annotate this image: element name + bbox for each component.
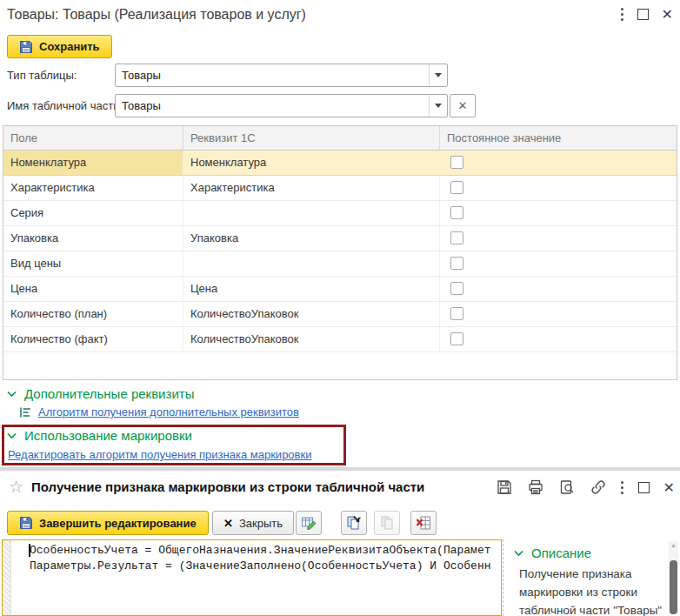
save-button[interactable]: Сохранить xyxy=(7,35,112,58)
constant-checkbox[interactable] xyxy=(450,257,463,270)
table-row[interactable]: Количество (факт) КоличествоУпаковок xyxy=(3,327,677,352)
constant-cell[interactable] xyxy=(440,176,677,200)
check-algorithm-button[interactable] xyxy=(296,511,322,535)
table-row[interactable]: Серия xyxy=(3,201,677,226)
more-menu-icon[interactable] xyxy=(621,8,624,21)
field-cell[interactable]: Вид цены xyxy=(3,251,183,276)
constant-cell[interactable] xyxy=(440,327,677,352)
scroll-up-icon[interactable]: ▲ xyxy=(670,542,677,548)
close-button-label: Закрыть xyxy=(239,517,283,530)
field-cell[interactable]: Характеристика xyxy=(3,176,183,200)
table-row[interactable]: Количество (план) КоличествоУпаковок xyxy=(3,302,677,327)
save-icon[interactable] xyxy=(496,479,513,496)
field-cell[interactable]: Количество (факт) xyxy=(3,327,183,352)
attribute-cell[interactable]: КоличествоУпаковок xyxy=(183,302,440,326)
link-icon[interactable] xyxy=(590,479,607,496)
column-header-constant[interactable]: Постоянное значение xyxy=(440,126,677,150)
section-description[interactable]: Описание xyxy=(514,546,591,560)
attribute-cell[interactable]: Цена xyxy=(183,277,440,301)
field-cell[interactable]: Номенклатура xyxy=(3,151,183,175)
paste-icon xyxy=(379,515,395,531)
dropdown-arrow-icon[interactable] xyxy=(429,95,447,117)
constant-cell[interactable] xyxy=(440,277,677,301)
copy-icon xyxy=(346,515,362,531)
tabular-name-value: Товары xyxy=(122,99,161,112)
print-icon[interactable] xyxy=(527,479,544,496)
close-icon[interactable]: ✕ xyxy=(662,9,673,20)
window2-title: Получение признака маркировки из строки … xyxy=(31,479,424,494)
maximize-icon[interactable] xyxy=(637,9,649,20)
table-pencil-icon xyxy=(301,515,317,531)
close-icon[interactable]: ✕ xyxy=(663,482,675,493)
extra-attributes-algorithm-link[interactable]: Алгоритм получения дополнительных реквиз… xyxy=(38,405,299,418)
section-extra-title: Дополнительные реквизиты xyxy=(24,386,194,401)
export-excel-button[interactable] xyxy=(410,511,437,535)
code-gutter xyxy=(3,540,11,615)
constant-checkbox[interactable] xyxy=(450,332,463,345)
table-row[interactable]: Вид цены xyxy=(3,251,677,277)
table-row[interactable]: Упаковка Упаковка xyxy=(3,226,677,251)
more-menu-icon[interactable] xyxy=(621,481,624,494)
constant-cell[interactable] xyxy=(440,302,677,326)
column-header-field[interactable]: Поле xyxy=(3,126,183,150)
table-row[interactable]: Цена Цена xyxy=(3,277,677,302)
preview-icon[interactable] xyxy=(558,479,576,496)
table-type-combobox[interactable]: Товары xyxy=(115,64,448,87)
constant-cell[interactable] xyxy=(440,251,677,276)
save-button-label: Сохранить xyxy=(39,40,100,53)
section-marking-title: Использование маркировки xyxy=(24,428,192,443)
field-cell[interactable]: Цена xyxy=(3,277,183,301)
table-row[interactable]: Номенклатура Номенклатура xyxy=(3,151,677,176)
attribute-cell[interactable]: Номенклатура xyxy=(183,151,440,175)
description-panel: Описание Получение признака маркировки и… xyxy=(503,539,680,616)
constant-cell[interactable] xyxy=(440,151,677,175)
constant-checkbox[interactable] xyxy=(450,181,463,194)
clear-field-button[interactable]: ✕ xyxy=(450,94,476,117)
constant-cell[interactable] xyxy=(440,226,677,251)
paste-button[interactable] xyxy=(374,511,400,535)
field-cell[interactable]: Упаковка xyxy=(3,226,183,251)
dropdown-arrow-icon[interactable] xyxy=(429,64,447,86)
column-header-attribute[interactable]: Реквизит 1С xyxy=(183,126,440,150)
attribute-cell[interactable] xyxy=(183,201,440,225)
section-marking[interactable]: Использование маркировки xyxy=(7,428,192,443)
attribute-cell[interactable]: Упаковка xyxy=(183,226,440,251)
floppy-icon xyxy=(19,516,33,530)
mapping-table-header: Поле Реквизит 1С Постоянное значение xyxy=(3,126,677,151)
description-title: Описание xyxy=(531,546,591,560)
constant-cell[interactable] xyxy=(440,201,677,225)
favorite-star-icon[interactable]: ☆ xyxy=(9,477,23,497)
table-type-value: Товары xyxy=(122,69,161,82)
constant-checkbox[interactable] xyxy=(450,307,463,320)
code-line[interactable]: ОсобенностьУчета = ОбщегоНазначения.Знач… xyxy=(30,544,499,557)
table-row[interactable]: Характеристика Характеристика xyxy=(3,176,677,201)
section-extra-attributes[interactable]: Дополнительные реквизиты xyxy=(7,386,194,401)
excel-table-icon xyxy=(416,515,431,531)
edit-marking-algorithm-link[interactable]: Редактировать алгоритм получения признак… xyxy=(8,448,311,461)
floppy-icon xyxy=(19,40,33,54)
finish-editing-button[interactable]: Завершить редактирование xyxy=(7,511,209,535)
attribute-cell[interactable]: КоличествоУпаковок xyxy=(183,327,440,352)
constant-checkbox[interactable] xyxy=(450,282,463,295)
maximize-icon[interactable] xyxy=(638,482,650,493)
constant-checkbox[interactable] xyxy=(450,156,463,169)
tabular-name-label: Имя табличной части: xyxy=(7,99,123,112)
attribute-cell[interactable] xyxy=(183,251,440,276)
copy-button[interactable] xyxy=(341,511,367,535)
finish-editing-label: Завершить редактирование xyxy=(39,517,197,530)
code-editor[interactable]: ОсобенностьУчета = ОбщегоНазначения.Знач… xyxy=(2,539,502,616)
constant-checkbox[interactable] xyxy=(450,206,463,219)
tabular-name-combobox[interactable]: Товары xyxy=(115,94,448,117)
mapping-table: Поле Реквизит 1С Постоянное значение Ном… xyxy=(3,125,677,380)
vertical-scrollbar[interactable]: ▲ xyxy=(669,541,678,614)
close-button[interactable]: ✕ Закрыть xyxy=(212,511,294,535)
mapping-table-body: Номенклатура Номенклатура Характеристика… xyxy=(3,151,677,352)
field-cell[interactable]: Количество (план) xyxy=(3,302,183,326)
table-type-label: Тип таблицы: xyxy=(7,69,77,82)
constant-checkbox[interactable] xyxy=(450,231,463,244)
attribute-cell[interactable]: Характеристика xyxy=(183,176,440,200)
code-line[interactable]: Параметры.Результат = (ЗначениеЗаполнено… xyxy=(30,559,499,572)
algorithm-icon xyxy=(19,406,31,418)
field-cell[interactable]: Серия xyxy=(3,201,183,225)
scrollbar-thumb[interactable] xyxy=(670,560,677,614)
